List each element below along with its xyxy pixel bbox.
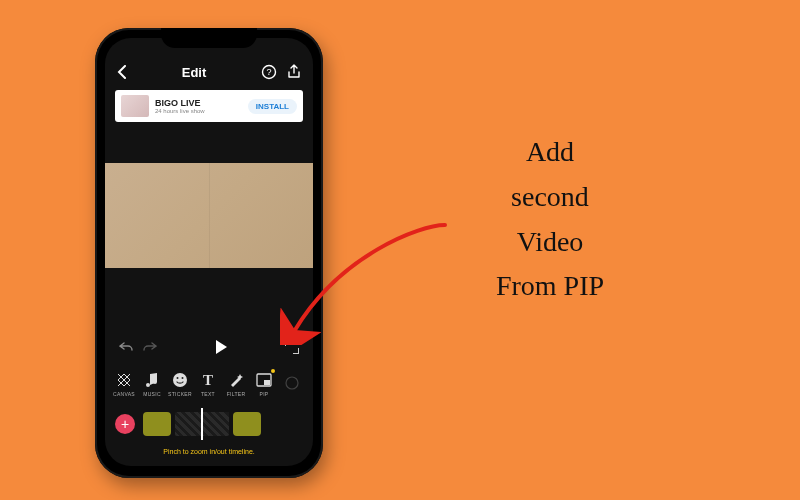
share-icon[interactable]: [287, 64, 301, 80]
tool-label: MUSIC: [143, 391, 161, 397]
badge-dot: [271, 369, 275, 373]
add-clip-button[interactable]: +: [115, 414, 135, 434]
tool-label: CANVAS: [113, 391, 135, 397]
svg-text:?: ?: [266, 67, 271, 77]
svg-rect-6: [264, 380, 270, 385]
page-title: Edit: [182, 65, 207, 80]
ad-thumbnail: [121, 95, 149, 117]
note-icon: [143, 371, 161, 389]
svg-point-4: [182, 377, 184, 379]
tool-canvas[interactable]: CANVAS: [111, 371, 137, 397]
playhead[interactable]: [201, 408, 203, 440]
undo-icon[interactable]: [119, 341, 133, 353]
ad-banner[interactable]: BIGO LIVE 24 hours live show INSTALL: [115, 90, 303, 122]
annotation-line: second: [420, 175, 680, 220]
timeline[interactable]: +: [105, 408, 313, 448]
phone-frame: Edit ? BIGO LIVE 24 hours live show INST…: [95, 28, 323, 478]
redo-icon[interactable]: [143, 341, 157, 353]
video-preview[interactable]: [105, 163, 313, 268]
annotation-line: From PIP: [420, 264, 680, 309]
tool-label: STICKER: [168, 391, 192, 397]
more-icon: [283, 374, 301, 392]
ad-subtitle: 24 hours live show: [155, 108, 242, 114]
phone-notch: [161, 28, 257, 48]
smile-icon: [171, 371, 189, 389]
tool-label: PIP: [260, 391, 269, 397]
annotation-line: Add: [420, 130, 680, 175]
tool-pip[interactable]: PIP: [251, 371, 277, 397]
svg-point-3: [177, 377, 179, 379]
annotation-line: Video: [420, 220, 680, 265]
tool-sticker[interactable]: STICKER: [167, 371, 193, 397]
svg-point-7: [286, 377, 298, 389]
timeline-hint: Pinch to zoom in/out timeline.: [105, 448, 313, 455]
timeline-clip[interactable]: [233, 412, 261, 436]
header-bar: Edit ?: [105, 56, 313, 88]
wand-icon: [227, 371, 245, 389]
app-screen: Edit ? BIGO LIVE 24 hours live show INST…: [105, 38, 313, 466]
tool-strip: CANVAS MUSIC STICKER T TEXT FILTER: [105, 364, 313, 404]
play-button[interactable]: [216, 340, 227, 354]
pip-icon: [255, 371, 273, 389]
tool-more[interactable]: [279, 374, 305, 394]
tool-music[interactable]: MUSIC: [139, 371, 165, 397]
ad-install-button[interactable]: INSTALL: [248, 99, 297, 114]
tool-filter[interactable]: FILTER: [223, 371, 249, 397]
text-icon: T: [199, 371, 217, 389]
timeline-clip[interactable]: [143, 412, 171, 436]
tool-label: FILTER: [227, 391, 246, 397]
fullscreen-icon[interactable]: [285, 340, 299, 354]
back-icon[interactable]: [117, 65, 127, 79]
annotation-text: Add second Video From PIP: [420, 130, 680, 309]
tool-label: TEXT: [201, 391, 215, 397]
grid-icon: [115, 371, 133, 389]
ad-title: BIGO LIVE: [155, 99, 242, 108]
playback-row: [105, 334, 313, 360]
svg-point-2: [173, 373, 187, 387]
tool-text[interactable]: T TEXT: [195, 371, 221, 397]
help-icon[interactable]: ?: [261, 64, 277, 80]
